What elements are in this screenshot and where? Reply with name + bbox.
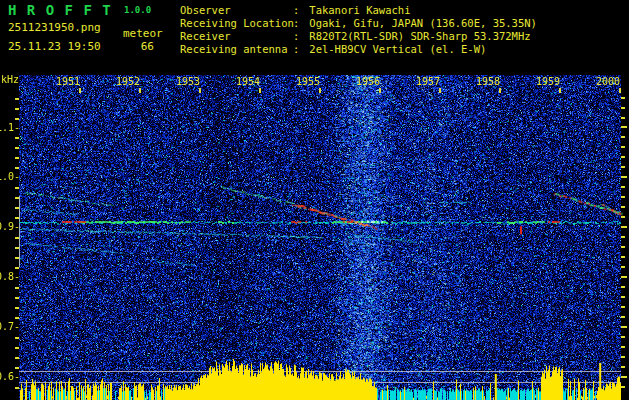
- station-info-row: Receiver: R820T2(RTL-SDR) SDR-Sharp 53.3…: [180, 30, 537, 43]
- output-filename: 2511231950.png: [8, 21, 101, 34]
- datetime-label: 25.11.23 19:50: [8, 40, 101, 53]
- station-info: Observer: Takanori KawachiReceiving Loca…: [180, 4, 537, 56]
- app-version: 1.0.0: [124, 5, 151, 15]
- echo-count: 66: [130, 40, 154, 53]
- station-info-row: Receiving Location: Ogaki, Gifu, JAPAN (…: [180, 17, 537, 30]
- app-title: H R O F F T: [8, 2, 112, 18]
- mode-label: meteor: [123, 27, 163, 40]
- station-info-row: Receiving antenna: 2el-HB9CV Vertical (e…: [180, 43, 537, 56]
- station-info-row: Observer: Takanori Kawachi: [180, 4, 537, 17]
- spectrogram-canvas: [0, 62, 629, 400]
- hrofft-screen: H R O F F T 1.0.0 2511231950.png meteor …: [0, 0, 629, 400]
